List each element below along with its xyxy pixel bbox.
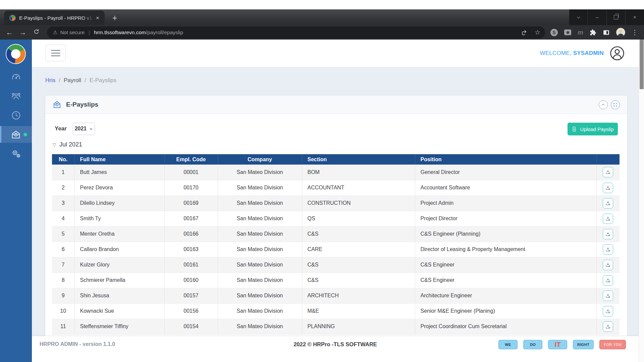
year-label: Year	[55, 125, 67, 132]
footer-badge[interactable]: DO	[523, 340, 542, 349]
row-number: 8	[52, 273, 74, 288]
download-payslip-button[interactable]	[603, 306, 613, 316]
sidebar-item-dashboard[interactable]	[0, 69, 32, 85]
table-row: 2 Perez Devora 00170 San Mateo Division …	[52, 180, 620, 195]
payslips-table: No. Full Name Empl. Code Company Section…	[52, 154, 620, 335]
row-empl-code: 00169	[164, 195, 218, 211]
tab-close-icon[interactable]: ×	[94, 14, 101, 22]
not-secure-label[interactable]: Not secure	[60, 29, 85, 35]
download-payslip-button[interactable]	[603, 198, 613, 208]
table-row: 1 Butt James 00001 San Mateo Division BO…	[52, 165, 620, 180]
back-button[interactable]: ←	[3, 28, 16, 37]
month-title: Jul 2021	[59, 141, 82, 148]
page-scrollbar[interactable]	[639, 40, 644, 362]
select-chevron-icon	[89, 127, 93, 131]
scrollbar-thumb[interactable]	[640, 40, 644, 89]
row-number: 10	[52, 303, 74, 319]
skype-extension-icon[interactable]: S	[550, 29, 558, 36]
share-icon[interactable]	[521, 29, 528, 36]
collapse-card-button[interactable]	[599, 100, 608, 109]
row-position: Architecture Engineer	[415, 288, 596, 303]
table-row: 9 Shin Jesusa 00157 San Mateo Division A…	[52, 288, 620, 303]
window-restore-button[interactable]	[606, 9, 625, 25]
new-tab-button[interactable]: +	[109, 13, 120, 24]
url-bar[interactable]: ⚠ Not secure | hrm.tlssoftwarevn.com/pay…	[47, 26, 545, 39]
download-icon	[605, 278, 611, 283]
download-payslip-button[interactable]	[603, 321, 613, 332]
desktop-strip	[0, 0, 644, 9]
download-payslip-button[interactable]	[603, 291, 613, 301]
upload-payslip-button[interactable]: Upload Payslip	[568, 123, 618, 135]
breadcrumb-hris[interactable]: Hris	[45, 77, 55, 84]
footer-badges: WEDOITRIGHTFOR YOU	[498, 340, 626, 349]
month-section-header[interactable]: ▽ Jul 2021	[53, 141, 82, 148]
browser-profile-avatar[interactable]	[616, 28, 625, 37]
fullscreen-card-button[interactable]	[611, 100, 620, 109]
window-close-button[interactable]: ×	[625, 9, 644, 25]
row-section: M&E	[302, 303, 415, 319]
sidebar-item-epayslips[interactable]	[0, 126, 32, 143]
row-position: Project Coordinator Cum Secretarial	[415, 319, 596, 334]
side-panel-icon[interactable]	[603, 29, 610, 36]
row-position: Project Director	[415, 211, 596, 226]
camera-extension-icon[interactable]	[564, 29, 571, 35]
footer-badge[interactable]: IT	[548, 340, 567, 349]
url-host: hrm.tlssoftwarevn.com	[94, 29, 146, 36]
row-position: Project Admin	[415, 195, 596, 211]
download-payslip-button[interactable]	[603, 214, 613, 224]
bookmark-star-icon[interactable]: ☆	[535, 28, 540, 36]
hrpro-favicon-icon	[9, 15, 16, 21]
hamburger-icon	[51, 50, 60, 51]
row-number: 5	[52, 226, 74, 242]
row-full-name: Kulzer Glory	[74, 257, 164, 273]
browser-menu-icon[interactable]: ⋮	[632, 28, 638, 36]
col-full-name: Full Name	[74, 154, 164, 165]
row-company: San Mateo Division	[218, 211, 302, 226]
sidebar-item-employees[interactable]	[0, 88, 32, 105]
m-extension-icon[interactable]: m	[578, 29, 583, 36]
row-section: C&S	[302, 226, 415, 242]
browser-tab[interactable]: E-Payslips - Payroll - HRPRO v1.1 ×	[4, 11, 105, 25]
table-row: 10 Kownacki Sue 00156 San Mateo Division…	[52, 303, 620, 319]
download-payslip-button[interactable]	[603, 260, 613, 270]
download-payslip-button[interactable]	[603, 229, 613, 239]
sidebar-item-settings[interactable]	[0, 145, 32, 162]
row-full-name: Menter Oretha	[74, 226, 164, 242]
sidebar-item-timesheet[interactable]	[0, 107, 32, 124]
footer-badge[interactable]: RIGHT	[573, 340, 594, 349]
sidebar	[0, 40, 32, 362]
row-full-name: Schmierer Pamella	[74, 273, 164, 288]
table-row: 4 Smith Ty 00167 San Mateo Division QS P…	[52, 211, 620, 226]
row-number: 9	[52, 288, 74, 303]
footer-badge[interactable]: FOR YOU	[599, 340, 626, 349]
download-payslip-button[interactable]	[603, 167, 613, 177]
row-empl-code: 00170	[164, 180, 218, 195]
user-avatar-icon[interactable]	[610, 46, 625, 61]
reload-button[interactable]	[30, 28, 43, 37]
row-company: San Mateo Division	[218, 180, 302, 195]
table-row: 5 Menter Oretha 00166 San Mateo Division…	[52, 226, 620, 242]
download-payslip-button[interactable]	[603, 244, 613, 255]
url-path: /payroll/epayslip	[146, 29, 183, 36]
window-minimize-button[interactable]: –	[588, 9, 606, 25]
row-section: ACCOUNTANT	[302, 180, 415, 195]
row-section: BOM	[302, 165, 415, 180]
employees-people-icon	[10, 91, 22, 102]
download-icon	[605, 231, 611, 237]
clock-icon	[11, 110, 21, 121]
row-empl-code: 00154	[164, 319, 218, 334]
row-empl-code: 00167	[164, 211, 218, 226]
forward-button[interactable]: →	[16, 28, 30, 37]
download-payslip-button[interactable]	[603, 275, 613, 286]
table-header-row: No. Full Name Empl. Code Company Section…	[52, 154, 620, 165]
footer-badge[interactable]: WE	[498, 340, 518, 349]
row-position: General Director	[415, 165, 596, 180]
table-row: 11 Steffensmeier Tiffiny 00154 San Mateo…	[52, 319, 620, 334]
menu-toggle-button[interactable]	[45, 45, 66, 61]
row-full-name: Dilello Lindsey	[74, 195, 164, 211]
download-payslip-button[interactable]	[603, 183, 613, 193]
hrpro-logo[interactable]	[6, 44, 26, 64]
window-chevron-button[interactable]	[569, 9, 588, 25]
year-select[interactable]: 2021	[73, 123, 95, 135]
extensions-puzzle-icon[interactable]	[590, 29, 596, 36]
